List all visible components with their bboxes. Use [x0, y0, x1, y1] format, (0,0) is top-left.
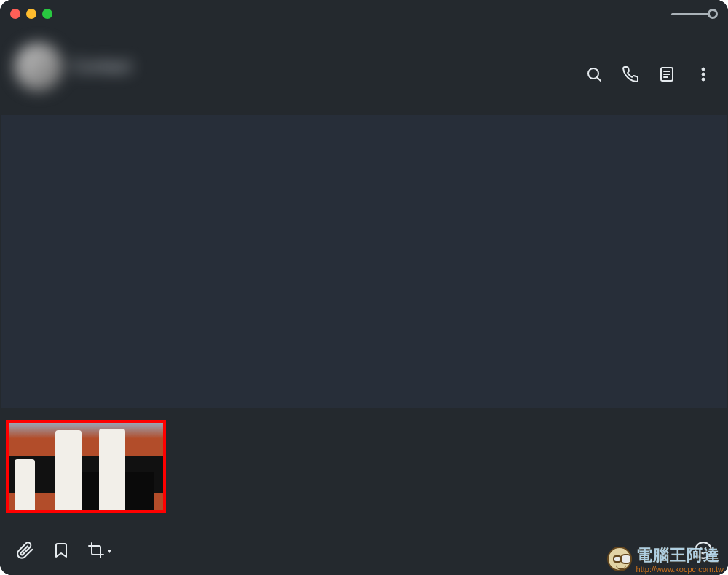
details-icon: [658, 66, 676, 83]
svg-point-6: [702, 68, 705, 71]
zoom-knob[interactable]: [708, 9, 718, 19]
call-button[interactable]: [620, 64, 641, 84]
svg-point-8: [702, 78, 705, 81]
bookmark-button[interactable]: [51, 540, 71, 560]
paperclip-icon: [15, 541, 34, 560]
chat-body[interactable]: [0, 115, 728, 408]
more-button[interactable]: [693, 64, 713, 84]
search-icon: [585, 66, 603, 83]
phone-icon: [622, 66, 639, 83]
crop-icon: [87, 542, 105, 559]
attachment-strip: [0, 408, 728, 526]
contact-name: Contact: [71, 56, 132, 76]
avatar[interactable]: [15, 43, 63, 91]
window-controls: [10, 9, 52, 19]
emoji-button[interactable]: [693, 540, 713, 560]
window-minimize-button[interactable]: [26, 9, 36, 19]
attach-button[interactable]: [15, 540, 35, 560]
contact-text: Contact: [71, 56, 132, 78]
window-close-button[interactable]: [10, 9, 20, 19]
svg-point-9: [695, 542, 711, 558]
app-window: Contact: [0, 0, 728, 575]
zoom-slider[interactable]: [671, 9, 718, 19]
composer-bar: ▾: [0, 526, 728, 575]
chevron-down-icon: ▾: [108, 547, 111, 555]
chat-header: Contact: [0, 28, 728, 114]
titlebar: [0, 0, 728, 28]
window-maximize-button[interactable]: [42, 9, 52, 19]
search-button[interactable]: [584, 64, 604, 84]
emoji-icon: [694, 541, 713, 560]
attachment-thumbnail[interactable]: [6, 420, 166, 513]
bookmark-icon: [52, 542, 70, 559]
header-actions: [584, 64, 713, 84]
svg-line-1: [598, 78, 601, 82]
crop-button[interactable]: ▾: [87, 542, 111, 559]
more-icon: [695, 66, 712, 83]
svg-point-7: [702, 73, 705, 76]
zoom-track: [671, 13, 709, 15]
contact-block[interactable]: Contact: [15, 43, 132, 91]
details-button[interactable]: [657, 64, 677, 84]
